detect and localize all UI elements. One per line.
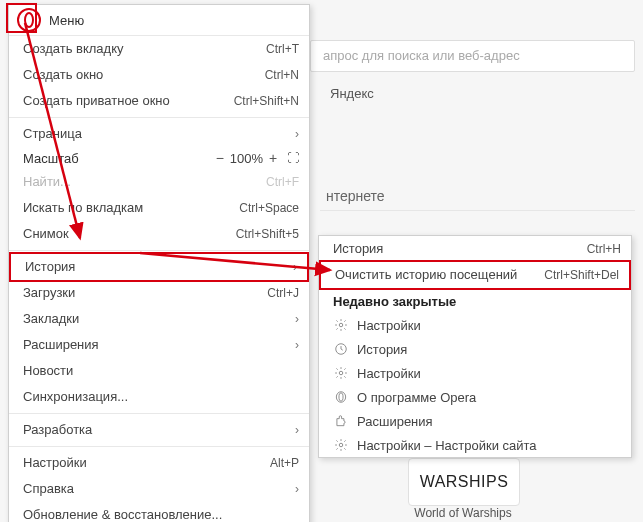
address-bar[interactable]: апрос для поиска или веб-адрес (310, 40, 635, 72)
chevron-right-icon: › (293, 258, 297, 276)
submenu-history[interactable]: ИсторияCtrl+H (319, 236, 631, 262)
recent-item[interactable]: История (319, 337, 631, 361)
zoom-value: 100% (230, 151, 263, 166)
menu-search-tabs[interactable]: Искать по вкладкамCtrl+Space (9, 195, 309, 221)
bg-section-label: нтернете (326, 188, 385, 204)
opera-icon (333, 389, 349, 405)
menu-snapshot[interactable]: СнимокCtrl+Shift+5 (9, 221, 309, 247)
speed-dial-tile-yandex[interactable]: Яндекс (330, 86, 374, 101)
menu-separator (9, 117, 309, 118)
address-placeholder: апрос для поиска или веб-адрес (323, 48, 520, 63)
clock-icon (333, 341, 349, 357)
menu-developer[interactable]: Разработка› (9, 417, 309, 443)
bg-divider (320, 210, 635, 211)
chevron-right-icon: › (295, 336, 299, 354)
menu-separator (9, 413, 309, 414)
chevron-right-icon: › (295, 310, 299, 328)
fullscreen-icon[interactable]: ⛶ (287, 151, 299, 165)
chevron-right-icon: › (295, 125, 299, 143)
menu-sync[interactable]: Синхронизация... (9, 384, 309, 410)
menu-create-window[interactable]: Создать окноCtrl+N (9, 62, 309, 88)
history-submenu: ИсторияCtrl+H Очистить историю посещений… (318, 235, 632, 458)
submenu-clear-history[interactable]: Очистить историю посещенийCtrl+Shift+Del (319, 260, 631, 290)
speed-dial-tile-warships[interactable]: WARSHIPS (408, 458, 520, 506)
recent-item[interactable]: Расширения (319, 409, 631, 433)
svg-point-0 (339, 323, 343, 327)
chevron-right-icon: › (295, 421, 299, 439)
menu-title-label: Меню (49, 13, 84, 28)
menu-history[interactable]: История› (9, 252, 309, 282)
menu-page[interactable]: Страница› (9, 121, 309, 147)
menu-help[interactable]: Справка› (9, 476, 309, 502)
opera-logo-icon (17, 8, 41, 32)
menu-extensions[interactable]: Расширения› (9, 332, 309, 358)
menu-bookmarks[interactable]: Закладки› (9, 306, 309, 332)
menu-zoom: Масштаб − 100% + ⛶ (9, 147, 309, 169)
menu-separator (9, 446, 309, 447)
zoom-out-button[interactable]: − (212, 150, 228, 166)
menu-create-private[interactable]: Создать приватное окноCtrl+Shift+N (9, 88, 309, 114)
menu-update[interactable]: Обновление & восстановление... (9, 502, 309, 522)
recent-item[interactable]: О программе Opera (319, 385, 631, 409)
recent-item[interactable]: Настройки – Настройки сайта (319, 433, 631, 457)
warships-caption: World of Warships (408, 506, 518, 520)
gear-icon (333, 365, 349, 381)
svg-point-5 (339, 443, 343, 447)
svg-point-2 (339, 371, 343, 375)
menu-separator (9, 250, 309, 251)
gear-icon (333, 317, 349, 333)
submenu-recent-header: Недавно закрытые (319, 288, 631, 313)
menu-news[interactable]: Новости (9, 358, 309, 384)
chevron-right-icon: › (295, 480, 299, 498)
gear-icon (333, 437, 349, 453)
puzzle-icon (333, 413, 349, 429)
main-menu: Меню Создать вкладкуCtrl+T Создать окноC… (8, 4, 310, 522)
menu-find: Найти...Ctrl+F (9, 169, 309, 195)
recent-item[interactable]: Настройки (319, 313, 631, 337)
warships-logo-text: WARSHIPS (420, 473, 509, 491)
zoom-in-button[interactable]: + (265, 150, 281, 166)
menu-header: Меню (9, 5, 309, 36)
svg-point-4 (339, 393, 343, 401)
recent-item[interactable]: Настройки (319, 361, 631, 385)
menu-downloads[interactable]: ЗагрузкиCtrl+J (9, 280, 309, 306)
menu-create-tab[interactable]: Создать вкладкуCtrl+T (9, 36, 309, 62)
menu-settings[interactable]: НастройкиAlt+P (9, 450, 309, 476)
